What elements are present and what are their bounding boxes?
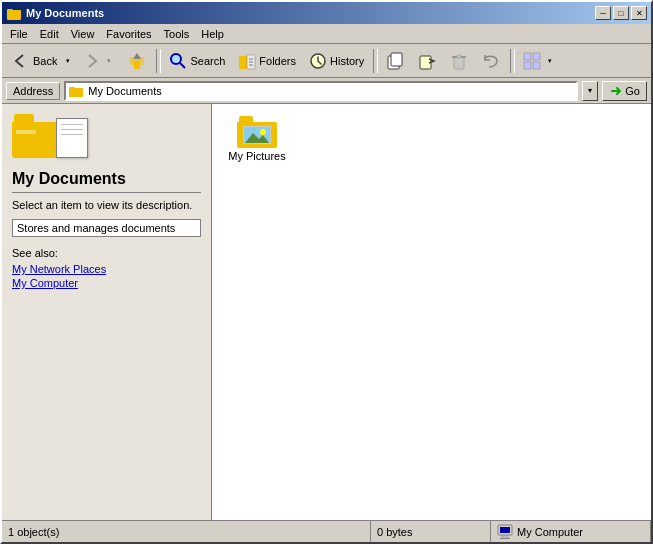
status-bar: 1 object(s) 0 bytes My Computer: [2, 520, 651, 542]
my-pictures-icon: [237, 116, 277, 148]
move-button[interactable]: [412, 47, 442, 75]
svg-line-5: [180, 63, 185, 68]
move-icon: [417, 51, 437, 71]
views-dropdown[interactable]: ▾: [544, 47, 556, 75]
folders-label: Folders: [259, 55, 296, 67]
svg-rect-31: [500, 538, 510, 539]
history-icon: [308, 51, 328, 71]
undo-icon: [481, 51, 501, 71]
address-value: My Documents: [88, 85, 161, 97]
menu-help[interactable]: Help: [195, 26, 230, 42]
menu-view[interactable]: View: [65, 26, 101, 42]
select-description: Select an item to view its description.: [12, 199, 201, 211]
left-panel: My Documents Select an item to view its …: [2, 104, 212, 520]
go-icon: [609, 84, 623, 98]
menu-favorites[interactable]: Favorites: [100, 26, 157, 42]
address-bar: Address My Documents ▾ Go: [2, 78, 651, 104]
views-icon: [522, 51, 542, 71]
title-bar-buttons: ─ □ ✕: [595, 6, 647, 20]
address-label: Address: [6, 82, 60, 100]
link-network-places[interactable]: My Network Places: [12, 263, 201, 275]
address-input[interactable]: My Documents: [64, 81, 578, 101]
copy-button[interactable]: [380, 47, 410, 75]
delete-icon: [449, 51, 469, 71]
maximize-button[interactable]: □: [613, 6, 629, 20]
svg-rect-29: [500, 527, 510, 533]
panel-title: My Documents: [12, 170, 201, 193]
folder-icon-area: [12, 114, 201, 162]
menu-file[interactable]: File: [4, 26, 34, 42]
search-button[interactable]: Search: [163, 47, 230, 75]
content-area: My Documents Select an item to view its …: [2, 104, 651, 520]
svg-rect-14: [391, 53, 402, 66]
svg-rect-20: [533, 53, 540, 60]
up-button[interactable]: [122, 47, 152, 75]
svg-rect-7: [239, 56, 247, 60]
folder-tab: [14, 114, 34, 122]
my-pictures-label: My Pictures: [228, 150, 285, 162]
status-size: 0 bytes: [371, 521, 491, 542]
svg-rect-24: [69, 87, 75, 90]
computer-icon: [497, 524, 513, 540]
delete-button[interactable]: [444, 47, 474, 75]
folders-button[interactable]: Folders: [232, 47, 301, 75]
svg-rect-1: [7, 9, 13, 12]
history-button[interactable]: History: [303, 47, 369, 75]
address-dropdown[interactable]: ▾: [582, 81, 598, 101]
undo-button[interactable]: [476, 47, 506, 75]
stores-box: Stores and manages documents: [12, 219, 201, 237]
file-item-my-pictures[interactable]: My Pictures: [222, 114, 292, 164]
sep1: [154, 49, 161, 73]
menu-edit[interactable]: Edit: [34, 26, 65, 42]
back-icon: [11, 51, 31, 71]
forward-button[interactable]: ▾: [76, 47, 120, 75]
svg-point-4: [171, 54, 181, 64]
toolbar: Back ▾ ▾: [2, 44, 651, 78]
history-label: History: [330, 55, 364, 67]
menu-bar: File Edit View Favorites Tools Help: [2, 24, 651, 44]
go-label: Go: [625, 85, 640, 97]
address-folder-icon: [68, 83, 84, 99]
up-icon: [127, 51, 147, 71]
search-label: Search: [190, 55, 225, 67]
window-icon: [6, 5, 22, 21]
status-objects: 1 object(s): [2, 521, 371, 542]
status-computer-inner: My Computer: [497, 524, 583, 540]
right-content: My Pictures: [212, 104, 651, 520]
menu-tools[interactable]: Tools: [158, 26, 196, 42]
svg-rect-16: [454, 57, 464, 69]
search-icon: [168, 51, 188, 71]
close-button[interactable]: ✕: [631, 6, 647, 20]
svg-rect-19: [524, 53, 531, 60]
back-button[interactable]: Back: [6, 47, 62, 75]
back-button-group[interactable]: Back ▾: [6, 47, 74, 75]
title-bar: My Documents ─ □ ✕: [2, 2, 651, 24]
views-button[interactable]: ▾: [517, 47, 561, 75]
minimize-button[interactable]: ─: [595, 6, 611, 20]
status-computer: My Computer: [491, 521, 651, 542]
forward-icon: [81, 51, 101, 71]
window-title: My Documents: [26, 7, 104, 19]
sep3: [508, 49, 515, 73]
svg-rect-21: [524, 62, 531, 69]
back-dropdown[interactable]: ▾: [62, 47, 74, 75]
svg-rect-18: [457, 55, 461, 58]
svg-rect-30: [502, 536, 508, 538]
svg-rect-22: [533, 62, 540, 69]
go-button[interactable]: Go: [602, 81, 647, 101]
forward-dropdown[interactable]: ▾: [103, 47, 115, 75]
svg-point-27: [260, 129, 266, 135]
document-icon: [52, 114, 92, 158]
copy-icon: [385, 51, 405, 71]
sep2: [371, 49, 378, 73]
window: My Documents ─ □ ✕ File Edit View Favori…: [0, 0, 653, 544]
title-bar-left: My Documents: [6, 5, 104, 21]
folders-icon: [237, 51, 257, 71]
back-label: Back: [33, 55, 57, 67]
see-also-label: See also:: [12, 247, 201, 259]
link-my-computer[interactable]: My Computer: [12, 277, 201, 289]
